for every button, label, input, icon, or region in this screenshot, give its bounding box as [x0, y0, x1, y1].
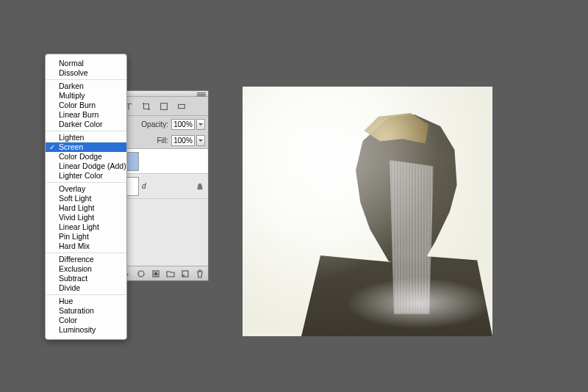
svg-rect-1	[179, 104, 185, 108]
svg-point-4	[154, 272, 157, 275]
menu-item-label: Luminosity	[59, 325, 96, 334]
blend-mode-item-linear-dodge-add-[interactable]: Linear Dodge (Add)	[46, 161, 126, 171]
layers-panel: Opacity: 100% Fill: 100% d	[118, 90, 209, 281]
menu-item-label: Darken	[59, 81, 84, 90]
more-filter-icon[interactable]	[176, 101, 187, 112]
menu-item-label: Hard Light	[59, 203, 94, 212]
fill-dropdown-icon[interactable]	[196, 135, 205, 146]
menu-item-label: Dissolve	[59, 68, 88, 77]
menu-item-label: Color Dodge	[59, 152, 102, 161]
menu-group: DifferenceExclusionSubtractDivide	[46, 253, 126, 295]
menu-item-label: Linear Burn	[59, 110, 98, 119]
menu-item-label: Darker Color	[59, 120, 103, 128]
blend-mode-item-color[interactable]: Color	[46, 316, 126, 325]
blend-mode-item-linear-burn[interactable]: Linear Burn	[46, 110, 126, 120]
menu-group: Lighten✓ScreenColor DodgeLinear Dodge (A…	[46, 131, 126, 183]
blend-mode-item-multiply[interactable]: Multiply	[46, 91, 126, 101]
menu-item-label: Hue	[59, 297, 73, 305]
checkmark-icon: ✓	[49, 142, 55, 152]
layers-empty-area	[118, 199, 208, 266]
blend-mode-menu[interactable]: NormalDissolveDarkenMultiplyColor BurnLi…	[45, 54, 127, 340]
shape-filter-icon[interactable]	[158, 101, 170, 112]
menu-item-label: Soft Light	[59, 194, 91, 203]
menu-item-label: Pin Light	[59, 232, 89, 241]
lock-icon[interactable]	[195, 183, 205, 190]
blend-mode-item-divide[interactable]: Divide	[46, 283, 126, 293]
menu-group: HueSaturationColorLuminosity	[46, 295, 126, 336]
blend-mode-item-hard-mix[interactable]: Hard Mix	[46, 242, 126, 251]
fill-row: Fill: 100%	[118, 132, 208, 148]
canvas-image	[243, 87, 492, 336]
blend-mode-item-color-burn[interactable]: Color Burn	[46, 101, 126, 110]
folder-icon[interactable]	[165, 269, 176, 279]
menu-item-label: Vivid Light	[59, 213, 94, 222]
menu-item-label: Divide	[59, 283, 80, 292]
menu-item-label: Linear Light	[59, 222, 99, 231]
opacity-value[interactable]: 100%	[171, 119, 195, 130]
blend-mode-item-color-dodge[interactable]: Color Dodge	[46, 152, 126, 161]
new-layer-icon[interactable]	[180, 269, 190, 279]
blend-mode-item-screen[interactable]: ✓Screen	[46, 142, 126, 152]
blend-mode-item-normal[interactable]: Normal	[46, 59, 126, 68]
menu-item-label: Hard Mix	[59, 242, 90, 250]
blend-mode-item-pin-light[interactable]: Pin Light	[46, 232, 126, 242]
blend-mode-item-subtract[interactable]: Subtract	[46, 274, 126, 283]
panel-topbar	[118, 91, 208, 97]
blend-mode-item-vivid-light[interactable]: Vivid Light	[46, 213, 126, 222]
blend-mode-item-luminosity[interactable]: Luminosity	[46, 325, 126, 335]
panel-menu-icon[interactable]	[197, 91, 206, 97]
opacity-row: Opacity: 100%	[118, 116, 208, 132]
fill-label: Fill:	[157, 137, 168, 145]
blend-mode-item-hard-light[interactable]: Hard Light	[46, 203, 126, 213]
layer-filter-row	[118, 97, 208, 116]
svg-point-2	[138, 271, 144, 277]
layer-item[interactable]	[118, 149, 208, 174]
menu-item-label: Difference	[59, 255, 94, 264]
blend-mode-item-lighter-color[interactable]: Lighter Color	[46, 171, 126, 181]
menu-item-label: Multiply	[59, 91, 85, 100]
fx-icon[interactable]	[136, 269, 146, 279]
opacity-label: Opacity:	[141, 120, 168, 128]
mask-icon[interactable]	[151, 269, 161, 279]
menu-group: NormalDissolve	[46, 57, 126, 80]
menu-item-label: Exclusion	[59, 264, 92, 273]
blend-mode-item-exclusion[interactable]: Exclusion	[46, 264, 126, 274]
menu-item-label: Overlay	[59, 184, 85, 193]
menu-item-label: Color	[59, 316, 77, 324]
blend-mode-item-soft-light[interactable]: Soft Light	[46, 194, 126, 203]
blend-mode-item-darker-color[interactable]: Darker Color	[46, 120, 126, 129]
menu-group: DarkenMultiplyColor BurnLinear BurnDarke…	[46, 80, 126, 131]
crop-filter-icon[interactable]	[140, 101, 152, 112]
blend-mode-item-lighten[interactable]: Lighten	[46, 133, 126, 142]
menu-item-label: Color Burn	[59, 101, 96, 109]
panel-bottom-bar	[118, 266, 208, 280]
menu-item-label: Normal	[59, 59, 84, 68]
blend-mode-item-linear-light[interactable]: Linear Light	[46, 222, 126, 232]
layers-list: d	[118, 148, 208, 266]
blend-mode-item-darken[interactable]: Darken	[46, 81, 126, 91]
blend-mode-item-overlay[interactable]: Overlay	[46, 184, 126, 194]
menu-item-label: Lighten	[59, 133, 84, 142]
blend-mode-item-hue[interactable]: Hue	[46, 297, 126, 306]
menu-item-label: Saturation	[59, 306, 94, 315]
blend-mode-item-difference[interactable]: Difference	[46, 255, 126, 264]
fill-value[interactable]: 100%	[171, 135, 195, 146]
opacity-dropdown-icon[interactable]	[196, 119, 205, 130]
layer-item[interactable]: d	[118, 174, 208, 199]
blend-mode-item-dissolve[interactable]: Dissolve	[46, 68, 126, 78]
menu-group: OverlaySoft LightHard LightVivid LightLi…	[46, 183, 126, 253]
svg-rect-0	[161, 103, 168, 109]
blend-mode-item-saturation[interactable]: Saturation	[46, 306, 126, 316]
menu-item-label: Screen	[59, 142, 83, 151]
trash-icon[interactable]	[195, 269, 205, 279]
layer-name[interactable]: d	[142, 182, 192, 190]
menu-item-label: Lighter Color	[59, 171, 103, 180]
menu-item-label: Linear Dodge (Add)	[59, 161, 126, 170]
menu-item-label: Subtract	[59, 274, 87, 283]
